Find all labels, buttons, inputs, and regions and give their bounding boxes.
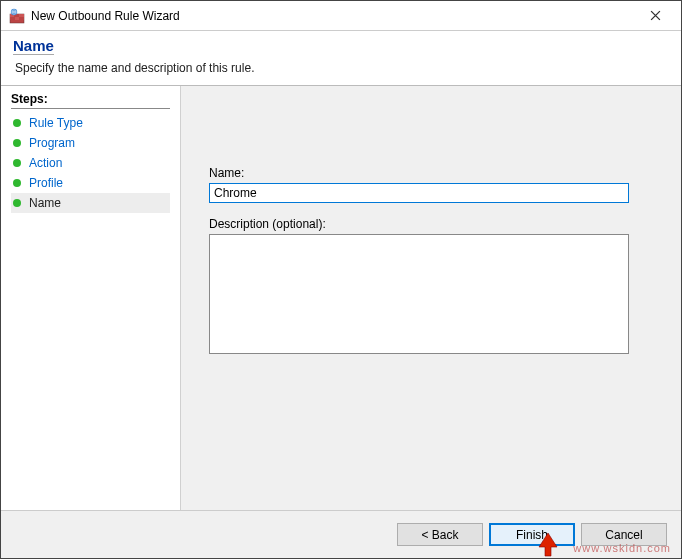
svg-rect-5 bbox=[15, 17, 19, 20]
step-rule-type[interactable]: Rule Type bbox=[11, 113, 170, 133]
bullet-icon bbox=[13, 179, 21, 187]
finish-button[interactable]: Finish bbox=[489, 523, 575, 546]
wizard-header: Name Specify the name and description of… bbox=[1, 31, 681, 86]
bullet-icon bbox=[13, 159, 21, 167]
step-label: Program bbox=[29, 136, 75, 150]
wizard-window: New Outbound Rule Wizard Name Specify th… bbox=[0, 0, 682, 559]
window-title: New Outbound Rule Wizard bbox=[31, 9, 635, 23]
bullet-icon bbox=[13, 199, 21, 207]
step-name[interactable]: Name bbox=[11, 193, 170, 213]
step-label: Rule Type bbox=[29, 116, 83, 130]
steps-sidebar: Steps: Rule Type Program Action Profile … bbox=[1, 86, 181, 510]
close-button[interactable] bbox=[635, 2, 675, 30]
step-profile[interactable]: Profile bbox=[11, 173, 170, 193]
step-label: Profile bbox=[29, 176, 63, 190]
steps-heading: Steps: bbox=[11, 92, 170, 109]
description-input[interactable] bbox=[209, 234, 629, 354]
page-title: Name bbox=[13, 37, 54, 55]
page-subtitle: Specify the name and description of this… bbox=[15, 61, 669, 75]
svg-rect-3 bbox=[19, 14, 24, 17]
back-button[interactable]: < Back bbox=[397, 523, 483, 546]
cancel-button[interactable]: Cancel bbox=[581, 523, 667, 546]
step-program[interactable]: Program bbox=[11, 133, 170, 153]
wizard-body: Steps: Rule Type Program Action Profile … bbox=[1, 86, 681, 510]
wizard-footer: < Back Finish Cancel bbox=[1, 510, 681, 558]
firewall-icon bbox=[9, 8, 25, 24]
step-label: Name bbox=[29, 196, 61, 210]
description-label: Description (optional): bbox=[209, 217, 653, 231]
step-label: Action bbox=[29, 156, 62, 170]
main-panel: Name: Description (optional): bbox=[181, 86, 681, 510]
svg-rect-4 bbox=[10, 17, 15, 20]
bullet-icon bbox=[13, 139, 21, 147]
name-label: Name: bbox=[209, 166, 653, 180]
step-action[interactable]: Action bbox=[11, 153, 170, 173]
name-input[interactable] bbox=[209, 183, 629, 203]
svg-rect-6 bbox=[19, 17, 24, 20]
titlebar: New Outbound Rule Wizard bbox=[1, 1, 681, 31]
bullet-icon bbox=[13, 119, 21, 127]
